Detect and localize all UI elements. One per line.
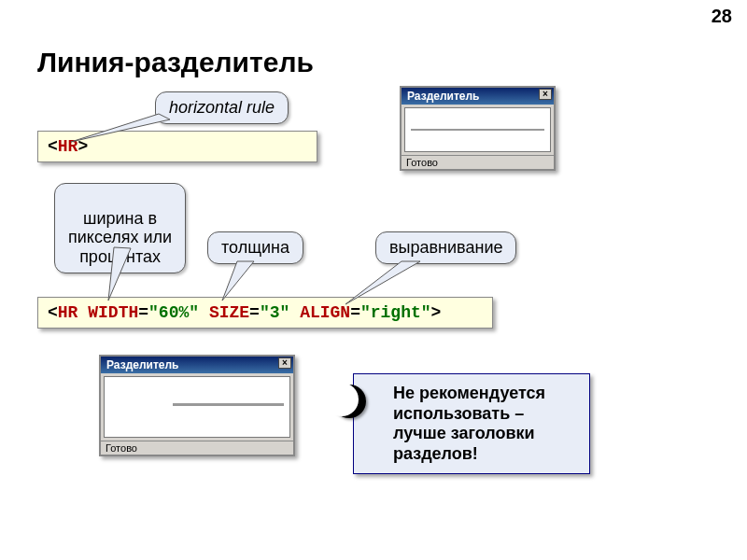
- code-text: <: [48, 303, 58, 322]
- code-text: [199, 303, 209, 322]
- code-text: >: [78, 137, 88, 156]
- window-title: Разделитель: [106, 358, 178, 371]
- window-title: Разделитель: [407, 90, 479, 103]
- code-tag: HR: [58, 137, 78, 156]
- warning-badge-text: !: [345, 387, 354, 415]
- window-content: [404, 107, 551, 152]
- code-text: =: [138, 303, 148, 322]
- window-content: [104, 376, 290, 438]
- code-value: "right": [360, 303, 431, 322]
- callout-label: толщина: [221, 238, 289, 257]
- callout-align: выравнивание: [375, 231, 516, 264]
- code-block-hr-attrs: <HR WIDTH="60%" SIZE="3" ALIGN="right">: [37, 297, 493, 329]
- code-text: >: [431, 303, 442, 322]
- callout-horizontal-rule: horizontal rule: [155, 91, 289, 124]
- window-titlebar: Разделитель ×: [101, 357, 293, 373]
- callout-label: ширина в пикселях или процентах: [68, 209, 172, 266]
- slide-title: Линия-разделитель: [37, 47, 314, 78]
- code-block-hr-basic: <HR>: [37, 131, 317, 162]
- code-attr: WIDTH: [88, 303, 138, 322]
- close-icon[interactable]: ×: [278, 357, 291, 369]
- callout-width: ширина в пикселях или процентах: [54, 183, 186, 273]
- page-number: 28: [712, 6, 732, 27]
- warning-text: Не рекомендуется использовать – лучше за…: [393, 384, 545, 463]
- svg-marker-2: [222, 261, 254, 301]
- code-text: =: [249, 303, 260, 322]
- callout-label: выравнивание: [389, 238, 502, 257]
- code-attr: SIZE: [209, 303, 249, 322]
- callout-size: толщина: [207, 231, 303, 264]
- window-titlebar: Разделитель ×: [402, 88, 554, 105]
- close-icon[interactable]: ×: [539, 89, 552, 100]
- code-text: =: [350, 303, 360, 322]
- code-attr: ALIGN: [300, 303, 350, 322]
- code-value: "60%": [148, 303, 199, 322]
- warning-icon: !: [332, 385, 366, 418]
- code-text: [289, 303, 300, 322]
- preview-window-small: Разделитель × Готово: [400, 86, 556, 171]
- code-value: "3": [260, 303, 289, 322]
- window-status: Готово: [101, 441, 293, 455]
- callout-label: horizontal rule: [169, 98, 275, 117]
- hr-line-preview: [173, 403, 284, 406]
- code-tag: HR: [58, 303, 78, 322]
- preview-window-large: Разделитель × Готово: [99, 355, 295, 456]
- warning-box: Не рекомендуется использовать – лучше за…: [353, 373, 590, 474]
- code-text: <: [48, 137, 58, 156]
- code-text: [78, 303, 88, 322]
- hr-line-preview: [411, 129, 544, 131]
- callout-tails: [0, 0, 747, 560]
- window-status: Готово: [402, 155, 554, 169]
